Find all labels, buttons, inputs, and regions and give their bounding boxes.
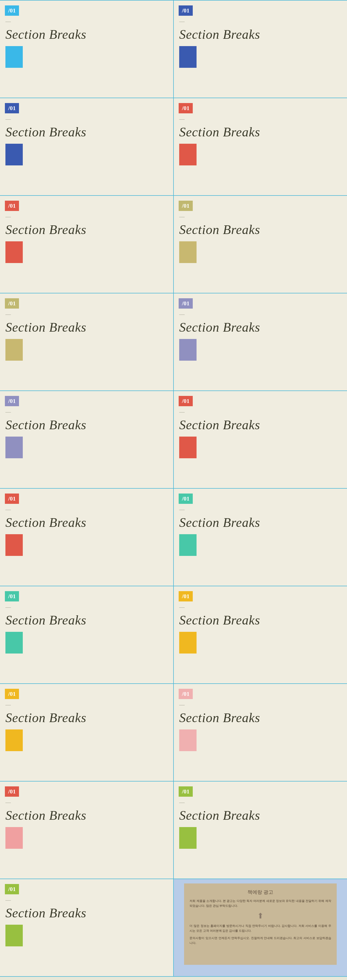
color-block-12 bbox=[179, 534, 197, 556]
cell-9: /01 — Section Breaks bbox=[0, 391, 174, 488]
badge-7: /01 bbox=[5, 298, 19, 309]
main-grid: /01 — Section Breaks /01 — Section Break… bbox=[0, 0, 347, 977]
title-17: Section Breaks bbox=[5, 808, 173, 823]
title-13: Section Breaks bbox=[5, 612, 173, 627]
color-block-7 bbox=[5, 339, 23, 361]
badge-17: /01 bbox=[5, 786, 19, 797]
dash-16: — bbox=[179, 702, 347, 708]
color-block-2 bbox=[179, 46, 197, 68]
title-2: Section Breaks bbox=[179, 27, 347, 42]
dash-15: — bbox=[5, 702, 173, 708]
badge-13: /01 bbox=[5, 591, 19, 601]
cell-1: /01 — Section Breaks bbox=[0, 0, 174, 98]
badge-5: /01 bbox=[5, 200, 19, 211]
color-block-3 bbox=[5, 144, 23, 165]
cell-7: /01 — Section Breaks bbox=[0, 293, 174, 391]
cell-18: /01 — Section Breaks bbox=[174, 781, 347, 879]
cell-16: /01 — Section Breaks bbox=[174, 684, 347, 781]
dash-9: — bbox=[5, 409, 173, 415]
cell-5: /01 — Section Breaks bbox=[0, 196, 174, 293]
color-block-8 bbox=[179, 339, 197, 361]
cell-2: /01 — Section Breaks bbox=[174, 0, 347, 98]
badge-12: /01 bbox=[179, 493, 193, 504]
title-7: Section Breaks bbox=[5, 320, 173, 335]
title-12: Section Breaks bbox=[179, 515, 347, 530]
color-block-6 bbox=[179, 241, 197, 263]
badge-6: /01 bbox=[179, 200, 193, 211]
color-block-9 bbox=[5, 437, 23, 458]
ad-body-2: 더 많은 정보는 홈페이지를 방문하시거나 직접 연락주시기 바랍니다. 감사합… bbox=[189, 924, 331, 933]
cell-14: /01 — Section Breaks bbox=[174, 586, 347, 684]
title-6: Section Breaks bbox=[179, 222, 347, 237]
color-block-17 bbox=[5, 827, 23, 849]
dash-12: — bbox=[179, 506, 347, 513]
badge-9: /01 bbox=[5, 396, 19, 406]
title-10: Section Breaks bbox=[179, 417, 347, 432]
title-15: Section Breaks bbox=[5, 710, 173, 725]
cell-13: /01 — Section Breaks bbox=[0, 586, 174, 684]
cell-3: /01 — Section Breaks bbox=[0, 98, 174, 196]
ad-cell: 책에랑 광고 저희 제품을 소개합니다. 본 광고는 다양한 독자 여러분께 새… bbox=[174, 879, 347, 977]
dash-17: — bbox=[5, 799, 173, 806]
color-block-1 bbox=[5, 46, 23, 68]
badge-1: /01 bbox=[5, 5, 19, 16]
dash-2: — bbox=[179, 18, 347, 25]
title-16: Section Breaks bbox=[179, 710, 347, 725]
dash-13: — bbox=[5, 604, 173, 610]
cell-11: /01 — Section Breaks bbox=[0, 488, 174, 586]
title-5: Section Breaks bbox=[5, 222, 173, 237]
ad-title: 책에랑 광고 bbox=[248, 889, 273, 896]
color-block-11 bbox=[5, 534, 23, 556]
ad-body-3: 문의사항이 있으시면 언제든지 연락주십시오. 친절하게 안내해 드리겠습니다.… bbox=[189, 936, 331, 945]
badge-14: /01 bbox=[179, 591, 193, 601]
color-block-13 bbox=[5, 632, 23, 654]
badge-19: /01 bbox=[5, 884, 19, 894]
cell-6: /01 — Section Breaks bbox=[174, 196, 347, 293]
dash-14: — bbox=[179, 604, 347, 610]
dash-10: — bbox=[179, 409, 347, 415]
badge-11: /01 bbox=[5, 493, 19, 504]
dash-6: — bbox=[179, 214, 347, 220]
title-4: Section Breaks bbox=[179, 124, 347, 139]
badge-16: /01 bbox=[179, 689, 193, 699]
cell-19: /01 — Section Breaks bbox=[0, 879, 174, 977]
title-19: Section Breaks bbox=[5, 905, 173, 920]
title-9: Section Breaks bbox=[5, 417, 173, 432]
ad-body-1: 저희 제품을 소개합니다. 본 광고는 다양한 독자 여러분께 새로운 정보와 … bbox=[189, 899, 331, 908]
color-block-10 bbox=[179, 437, 197, 458]
title-14: Section Breaks bbox=[179, 612, 347, 627]
ad-icon: ⬆ bbox=[257, 912, 264, 920]
dash-5: — bbox=[5, 214, 173, 220]
cell-4: /01 — Section Breaks bbox=[174, 98, 347, 196]
dash-19: — bbox=[5, 897, 173, 903]
dash-4: — bbox=[179, 116, 347, 122]
color-block-14 bbox=[179, 632, 197, 654]
dash-11: — bbox=[5, 506, 173, 513]
title-3: Section Breaks bbox=[5, 124, 173, 139]
badge-2: /01 bbox=[179, 5, 193, 16]
cell-10: /01 — Section Breaks bbox=[174, 391, 347, 488]
cell-12: /01 — Section Breaks bbox=[174, 488, 347, 586]
badge-4: /01 bbox=[179, 103, 193, 113]
color-block-19 bbox=[5, 925, 23, 947]
ad-inner: 책에랑 광고 저희 제품을 소개합니다. 본 광고는 다양한 독자 여러분께 새… bbox=[184, 883, 336, 965]
badge-8: /01 bbox=[179, 298, 193, 309]
color-block-4 bbox=[179, 144, 197, 165]
title-18: Section Breaks bbox=[179, 808, 347, 823]
color-block-18 bbox=[179, 827, 197, 849]
title-8: Section Breaks bbox=[179, 320, 347, 335]
badge-10: /01 bbox=[179, 396, 193, 406]
dash-1: — bbox=[5, 18, 173, 25]
color-block-16 bbox=[179, 729, 197, 751]
color-block-5 bbox=[5, 241, 23, 263]
badge-18: /01 bbox=[179, 786, 193, 797]
title-1: Section Breaks bbox=[5, 27, 173, 42]
badge-3: /01 bbox=[5, 103, 19, 113]
cell-8: /01 — Section Breaks bbox=[174, 293, 347, 391]
dash-3: — bbox=[5, 116, 173, 122]
dash-7: — bbox=[5, 311, 173, 318]
cell-15: /01 — Section Breaks bbox=[0, 684, 174, 781]
color-block-15 bbox=[5, 729, 23, 751]
title-11: Section Breaks bbox=[5, 515, 173, 530]
dash-8: — bbox=[179, 311, 347, 318]
